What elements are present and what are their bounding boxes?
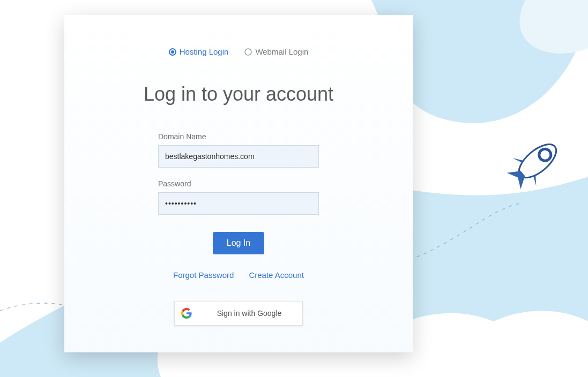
secondary-links: Forgot Password Create Account (107, 270, 370, 280)
svg-point-1 (537, 147, 553, 163)
svg-point-0 (513, 138, 562, 184)
password-label: Password (158, 179, 319, 188)
radio-selected-icon (169, 48, 176, 56)
tab-hosting-login[interactable]: Hosting Login (169, 47, 229, 56)
login-card: Hosting Login Webmail Login Log in to yo… (64, 15, 413, 352)
login-button[interactable]: Log In (213, 232, 264, 254)
page-title: Log in to your account (107, 83, 370, 105)
svg-point-4 (245, 49, 251, 55)
create-account-link[interactable]: Create Account (249, 270, 304, 280)
password-input[interactable] (158, 192, 319, 215)
forgot-password-link[interactable]: Forgot Password (173, 270, 234, 280)
login-type-tabs: Hosting Login Webmail Login (107, 47, 370, 56)
domain-name-label: Domain Name (158, 132, 319, 141)
svg-point-3 (171, 50, 174, 54)
domain-name-input[interactable] (158, 145, 319, 168)
tab-hosting-label: Hosting Login (180, 47, 229, 56)
google-signin-button[interactable]: Sign in with Google (174, 301, 303, 326)
radio-unselected-icon (244, 48, 252, 56)
google-signin-label: Sign in with Google (208, 309, 296, 318)
tab-webmail-label: Webmail Login (255, 47, 308, 56)
google-icon (181, 308, 192, 319)
login-form: Domain Name Password Log In (158, 132, 319, 254)
tab-webmail-login[interactable]: Webmail Login (244, 47, 308, 56)
